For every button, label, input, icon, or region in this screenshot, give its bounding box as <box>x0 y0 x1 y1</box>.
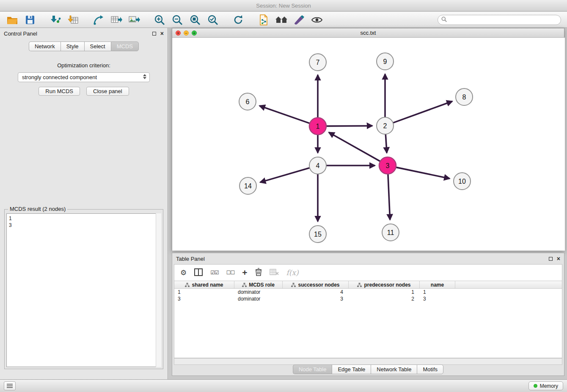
column-header-mcds-role[interactable]: MCDS role <box>234 281 283 288</box>
graph-edge-1-2[interactable] <box>326 126 372 126</box>
float-table-panel-icon[interactable] <box>549 257 553 261</box>
search-icon <box>441 17 447 23</box>
cell-name[interactable]: 1 <box>420 289 455 295</box>
column-type-icon <box>242 283 247 287</box>
main-toolbar <box>0 12 567 28</box>
graph-node-label: 6 <box>246 98 250 105</box>
graph-node-label: 11 <box>387 229 394 236</box>
search-input[interactable] <box>449 17 557 23</box>
table-row[interactable]: 1 dominator 4 1 1 <box>174 289 562 295</box>
column-label: successor nodes <box>298 282 339 288</box>
tab-edge-table[interactable]: Edge Table <box>332 364 371 374</box>
export-image-icon[interactable] <box>128 14 140 26</box>
style-brush-icon[interactable] <box>293 14 306 26</box>
memory-button[interactable]: Memory <box>528 381 563 390</box>
result-scrollbar[interactable] <box>156 213 161 367</box>
tab-node-table[interactable]: Node Table <box>293 364 332 374</box>
zoom-in-icon[interactable] <box>153 14 166 26</box>
tab-select[interactable]: Select <box>84 41 111 51</box>
create-column-icon[interactable]: + <box>242 269 247 276</box>
table-toolbar: ⚙ ☑☑ ☐☐ + f(x) <box>174 265 562 281</box>
table-horizontal-scrollbar[interactable] <box>174 358 562 365</box>
graph-edge-3-1[interactable] <box>329 133 380 161</box>
graph-edge-1-6[interactable] <box>259 106 310 124</box>
criterion-dropdown-value: strongly connected component <box>22 74 97 80</box>
tab-motifs[interactable]: Motifs <box>417 364 443 374</box>
graph-node-label: 15 <box>314 231 322 238</box>
export-table-icon[interactable] <box>110 14 123 26</box>
close-panel-button[interactable]: Close panel <box>86 87 129 96</box>
import-table-from-file-icon[interactable] <box>67 14 80 26</box>
zoom-out-icon[interactable] <box>171 14 184 26</box>
table-settings-icon[interactable]: ⚙ <box>180 268 187 277</box>
graph-node-label: 10 <box>458 178 466 185</box>
app-title: Session: New Session <box>256 3 311 9</box>
zoom-fit-icon[interactable] <box>189 14 201 26</box>
network-share-icon[interactable] <box>92 14 105 26</box>
open-folder-icon[interactable] <box>6 14 19 26</box>
run-mcds-button[interactable]: Run MCDS <box>39 87 80 96</box>
graph-edge-3-10[interactable] <box>396 167 450 179</box>
window-minimize-icon[interactable]: − <box>184 30 189 36</box>
memory-label: Memory <box>540 383 558 389</box>
network-window-title: scc.txt <box>361 30 376 36</box>
table-header-row: shared name MCDS role successor nodes pr… <box>174 281 562 289</box>
column-header-predecessor-nodes[interactable]: predecessor nodes <box>349 281 420 288</box>
show-hide-icon[interactable] <box>311 14 323 26</box>
column-header-shared-name[interactable]: shared name <box>174 281 234 288</box>
toolbar-search[interactable] <box>438 15 561 25</box>
cell-predecessor-nodes[interactable]: 2 <box>349 295 420 302</box>
select-all-icon[interactable]: ☑☑ <box>210 270 219 276</box>
graph-node-label: 9 <box>383 58 387 65</box>
function-builder-icon: f(x) <box>286 268 299 277</box>
zoom-selected-icon[interactable] <box>206 14 219 26</box>
task-history-button[interactable] <box>4 381 16 390</box>
close-table-panel-icon[interactable]: × <box>557 257 560 261</box>
graph-edge-3-11[interactable] <box>388 174 390 220</box>
status-bar: Memory <box>0 379 567 392</box>
mcds-result-group: MCDS result (2 nodes) 1 3 <box>4 209 163 369</box>
graph-edge-2-8[interactable] <box>393 101 452 123</box>
unselect-all-icon[interactable]: ☐☐ <box>226 270 235 276</box>
control-panel-tabs: Network Style Select MCDS <box>0 41 168 51</box>
cell-name[interactable]: 3 <box>420 295 455 302</box>
delete-column-icon[interactable] <box>255 268 262 277</box>
graph-node-label: 7 <box>316 59 320 66</box>
close-panel-icon[interactable]: × <box>160 31 164 36</box>
window-zoom-icon[interactable]: + <box>192 30 197 36</box>
table-panel-title: Table Panel <box>176 256 205 262</box>
first-neighbors-icon[interactable] <box>275 14 288 26</box>
cell-mcds-role[interactable]: dominator <box>234 289 283 295</box>
graph-edge-2-3[interactable] <box>385 134 387 153</box>
cell-mcds-role[interactable]: dominator <box>234 295 283 302</box>
cell-shared-name[interactable]: 1 <box>174 289 234 295</box>
graph-edge-4-14[interactable] <box>260 168 310 182</box>
save-icon[interactable] <box>24 14 36 26</box>
tab-mcds[interactable]: MCDS <box>111 41 139 51</box>
mcds-result-text[interactable]: 1 3 <box>6 213 161 367</box>
network-view-window[interactable]: × − + scc.txt 7968124314101511 <box>172 28 564 251</box>
app-titlebar[interactable]: Session: New Session <box>0 0 567 11</box>
column-label: predecessor nodes <box>364 282 410 288</box>
import-network-from-file-icon[interactable] <box>49 14 62 26</box>
table-panel: Table Panel × ⚙ ☑☑ ☐☐ + <box>172 253 564 376</box>
window-close-icon[interactable]: × <box>176 30 181 36</box>
column-type-icon <box>185 283 190 287</box>
tab-network-table[interactable]: Network Table <box>371 364 417 374</box>
cell-successor-nodes[interactable]: 4 <box>283 289 349 295</box>
network-graph[interactable]: 7968124314101511 <box>172 38 565 251</box>
show-columns-icon[interactable] <box>194 268 203 277</box>
criterion-dropdown[interactable]: strongly connected component <box>18 72 150 82</box>
table-row[interactable]: 3 dominator 3 2 3 <box>174 295 562 302</box>
cell-shared-name[interactable]: 3 <box>174 295 234 302</box>
float-panel-icon[interactable] <box>152 32 156 36</box>
column-header-name[interactable]: name <box>420 281 455 288</box>
cell-predecessor-nodes[interactable]: 1 <box>349 289 420 295</box>
graph-node-label: 4 <box>316 162 320 169</box>
column-header-successor-nodes[interactable]: successor nodes <box>283 281 349 288</box>
copy-network-icon[interactable] <box>257 14 270 26</box>
tab-network[interactable]: Network <box>29 41 61 51</box>
tab-style[interactable]: Style <box>61 41 84 51</box>
refresh-icon[interactable] <box>232 14 245 26</box>
cell-successor-nodes[interactable]: 3 <box>283 295 349 302</box>
